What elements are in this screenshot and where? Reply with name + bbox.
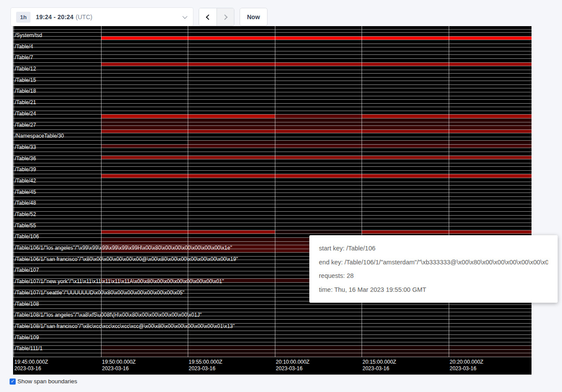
span-group[interactable]: /Table/36: [13, 155, 532, 167]
span-bucket-row[interactable]: [13, 185, 532, 189]
span-bucket-row[interactable]: [13, 103, 532, 107]
span-bucket-row[interactable]: [13, 196, 532, 200]
span-group[interactable]: /Table/18: [13, 88, 532, 99]
span-bucket-row[interactable]: [13, 349, 532, 353]
span-group[interactable]: /Table/109: [13, 335, 532, 346]
span-bucket-row[interactable]: [13, 137, 532, 141]
heat-band[interactable]: [101, 37, 532, 40]
heat-band[interactable]: [101, 122, 532, 126]
span-bucket-row[interactable]: [13, 125, 532, 129]
span-bucket-row[interactable]: [13, 70, 532, 74]
span-bucket-row[interactable]: [13, 152, 532, 155]
span-bucket-row[interactable]: [13, 144, 532, 148]
span-bucket-row[interactable]: [13, 122, 532, 126]
span-bucket-row[interactable]: [13, 96, 532, 100]
prev-range-button[interactable]: [199, 8, 217, 26]
span-bucket-row[interactable]: [13, 182, 532, 186]
heat-cell[interactable]: [449, 115, 532, 118]
span-group[interactable]: /Table/52: [13, 211, 532, 223]
span-group[interactable]: /Table/48: [13, 200, 532, 211]
span-bucket-row[interactable]: [13, 133, 532, 137]
span-bucket-row[interactable]: [13, 166, 532, 170]
span-group[interactable]: /Table/4: [13, 44, 532, 55]
now-button[interactable]: Now: [240, 8, 267, 26]
heat-cell[interactable]: [101, 230, 188, 234]
span-bucket-row[interactable]: [13, 84, 532, 88]
heat-cell[interactable]: [362, 115, 449, 118]
span-bucket-row[interactable]: [13, 331, 532, 335]
heat-band[interactable]: [101, 118, 532, 122]
span-bucket-row[interactable]: [13, 40, 532, 44]
span-bucket-row[interactable]: [13, 189, 532, 193]
span-bucket-row[interactable]: [13, 308, 532, 312]
span-bucket-row[interactable]: [13, 226, 532, 230]
span-bucket-row[interactable]: [13, 223, 532, 226]
span-bucket-row[interactable]: [13, 170, 532, 174]
span-bucket-row[interactable]: [13, 174, 532, 178]
span-group[interactable]: /NamespaceTable/30: [13, 133, 532, 144]
span-bucket-row[interactable]: [13, 230, 532, 234]
heat-band[interactable]: [101, 145, 532, 148]
heat-cell[interactable]: [101, 115, 188, 118]
span-bucket-row[interactable]: [13, 155, 532, 159]
span-bucket-row[interactable]: [13, 193, 532, 196]
span-bucket-row[interactable]: [13, 335, 532, 338]
show-span-boundaries-checkbox[interactable]: ✓: [10, 378, 16, 385]
span-bucket-row[interactable]: [13, 77, 532, 81]
span-bucket-row[interactable]: [13, 178, 532, 182]
span-bucket-row[interactable]: [13, 62, 532, 66]
heat-cell[interactable]: [188, 230, 275, 234]
span-group[interactable]: /Table/55: [13, 223, 532, 234]
next-range-button[interactable]: [217, 8, 234, 26]
span-group[interactable]: /Table/39: [13, 166, 532, 178]
span-group[interactable]: /Table/42: [13, 178, 532, 189]
span-bucket-row[interactable]: [13, 88, 532, 92]
span-group[interactable]: /Table/108/1/"san francisco"/"\x8c\xcc\x…: [13, 323, 532, 335]
span-bucket-row[interactable]: [13, 304, 532, 308]
span-bucket-row[interactable]: [13, 118, 532, 122]
span-bucket-row[interactable]: [13, 36, 532, 40]
heat-cell[interactable]: [275, 230, 362, 234]
span-bucket-row[interactable]: [13, 211, 532, 215]
span-bucket-row[interactable]: [13, 207, 532, 211]
span-group[interactable]: /Table/111/1: [13, 345, 532, 357]
span-bucket-row[interactable]: [13, 129, 532, 133]
span-bucket-row[interactable]: [13, 114, 532, 118]
span-bucket-row[interactable]: [13, 353, 532, 357]
heat-band[interactable]: [101, 350, 532, 353]
span-group[interactable]: /Table/33: [13, 144, 532, 155]
span-group[interactable]: /Table/27: [13, 122, 532, 133]
span-bucket-row[interactable]: [13, 148, 532, 152]
span-bucket-row[interactable]: [13, 66, 532, 70]
span-group[interactable]: /System/tsd: [13, 32, 532, 44]
span-bucket-row[interactable]: [13, 44, 532, 47]
span-bucket-row[interactable]: [13, 219, 532, 223]
span-group[interactable]: /Table/108/1/"los angeles"/"\xa8\xf5\u00…: [13, 312, 532, 323]
span-group[interactable]: /Table/12: [13, 66, 532, 77]
span-group[interactable]: /Table/21: [13, 99, 532, 111]
heat-cell[interactable]: [362, 141, 449, 144]
heat-cell[interactable]: [449, 141, 532, 144]
span-bucket-row[interactable]: [13, 99, 532, 103]
span-bucket-row[interactable]: [13, 107, 532, 111]
heat-cell[interactable]: [275, 115, 362, 118]
span-bucket-row[interactable]: [13, 92, 532, 96]
span-group[interactable]: /Table/45: [13, 189, 532, 200]
span-bucket-row[interactable]: [13, 47, 532, 51]
span-group[interactable]: /Table/7: [13, 54, 532, 66]
span-bucket-row[interactable]: [13, 58, 532, 62]
span-bucket-row[interactable]: [13, 345, 532, 349]
heat-band[interactable]: [101, 126, 532, 129]
span-bucket-row[interactable]: [13, 163, 532, 167]
heat-cell[interactable]: [188, 141, 275, 144]
span-bucket-row[interactable]: [13, 215, 532, 219]
span-bucket-row[interactable]: [13, 54, 532, 58]
span-bucket-row[interactable]: [13, 32, 532, 36]
span-rows[interactable]: /System/tsd/Table/4/Table/7/Table/12/Tab…: [13, 26, 532, 357]
span-bucket-row[interactable]: [13, 111, 532, 115]
span-bucket-row[interactable]: [13, 159, 532, 163]
span-bucket-row[interactable]: [13, 342, 532, 346]
heat-band[interactable]: [101, 353, 532, 357]
heat-cell[interactable]: [449, 230, 532, 234]
span-bucket-row[interactable]: [13, 200, 532, 204]
